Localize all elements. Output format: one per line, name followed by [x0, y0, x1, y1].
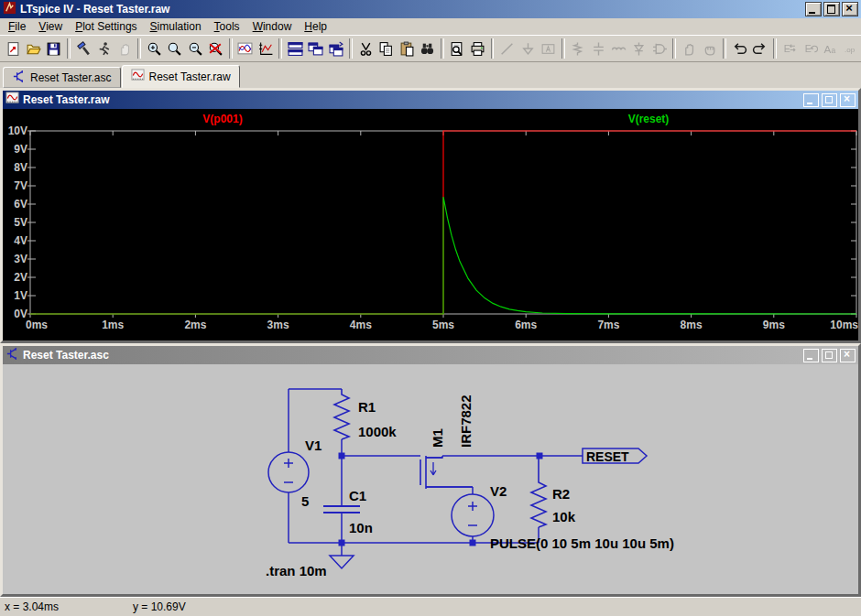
y-axis-tick-label: 10V [8, 124, 27, 137]
redo-icon[interactable] [749, 38, 769, 59]
tab-bar: Reset Taster.asc Reset Taster.raw [0, 62, 861, 88]
y-axis-tick-label: 1V [14, 289, 27, 302]
component-v1[interactable] [268, 452, 309, 492]
menu-item-file[interactable]: File [2, 19, 32, 35]
x-axis-tick-label: 10ms [830, 319, 858, 331]
tab-reset-taster-asc[interactable]: Reset Taster.asc [3, 67, 121, 88]
resistor-icon [568, 38, 588, 59]
net-flag-reset[interactable]: RESET [583, 448, 647, 464]
drag-icon [700, 38, 720, 59]
x-axis-tick-label: 6ms [515, 319, 537, 331]
wave-close-button[interactable] [840, 93, 856, 107]
waveform-plot-area[interactable]: 0ms0V1ms1V2ms2V3ms3V4ms4V5ms5V6ms6V7ms7V… [3, 109, 858, 340]
toolbar-separator [491, 38, 495, 59]
schematic-canvas[interactable]: RESET V1 5 R1 1000k C1 10n M1 IRF7822 V2… [3, 364, 858, 594]
halt-icon [114, 38, 135, 59]
schematic-window-icon [5, 347, 19, 363]
zoom-in-icon[interactable] [144, 38, 164, 59]
zoom-undo-icon[interactable] [205, 38, 225, 59]
print-preview-icon[interactable] [447, 38, 467, 59]
close-button[interactable] [842, 2, 858, 16]
asc-maximize-button[interactable] [822, 349, 837, 362]
control-panel-icon[interactable] [73, 38, 93, 59]
component-m1[interactable] [420, 456, 473, 489]
save-icon[interactable] [44, 38, 64, 59]
svg-text:E: E [804, 43, 811, 54]
menu-item-view[interactable]: View [32, 19, 69, 35]
x-axis-tick-label: 8ms [681, 319, 703, 331]
waveform-window-title: Reset Taster.raw [23, 93, 110, 106]
minimize-button[interactable] [805, 2, 822, 16]
menu-item-window[interactable]: Window [246, 19, 299, 35]
toolbar-separator [67, 38, 71, 59]
cursor-y-readout: y = 10.69V [133, 600, 186, 613]
wire-icon [496, 38, 517, 59]
x-axis-tick-label: 7ms [597, 319, 619, 331]
r2-value: 10k [552, 509, 576, 524]
r1-value: 1000k [358, 424, 397, 439]
x-axis-tick-label: 2ms [184, 319, 206, 331]
waveform-plot[interactable]: 0ms0V1ms1V2ms2V3ms3V4ms4V5ms5V6ms6V7ms7V… [3, 109, 858, 340]
svg-text:E: E [784, 43, 790, 54]
x-axis-tick-label: 0ms [26, 319, 48, 331]
asc-close-button[interactable] [840, 349, 856, 362]
new-schematic-icon[interactable] [3, 38, 23, 59]
tile-horizontal-icon[interactable] [285, 38, 305, 59]
y-axis-tick-label: 8V [14, 161, 27, 174]
cursor-x-readout: x = 3.04ms [5, 600, 133, 613]
ltspice-app-icon [3, 1, 16, 17]
zoom-full-icon[interactable] [165, 38, 185, 59]
x-axis-tick-label: 4ms [350, 319, 372, 331]
wave-minimize-button[interactable] [803, 93, 819, 107]
waveform-window-icon [5, 92, 19, 108]
asc-minimize-button[interactable] [803, 349, 819, 362]
menu-item-plot-settings[interactable]: Plot Settings [69, 19, 143, 35]
menu-item-simulation[interactable]: Simulation [144, 19, 208, 35]
waveform-window-title-bar[interactable]: Reset Taster.raw [3, 91, 858, 109]
svg-text:a: a [832, 45, 836, 54]
ground-symbol[interactable] [330, 546, 354, 568]
component-r1[interactable] [334, 389, 349, 439]
schematic-tab-icon [12, 70, 26, 86]
toolbar-separator [672, 38, 676, 59]
paste-icon[interactable] [397, 38, 417, 59]
x-axis-tick-label: 5ms [432, 319, 454, 331]
component-r2[interactable] [531, 456, 546, 527]
x-axis-tick-label: 9ms [763, 319, 785, 331]
ground-icon [518, 38, 538, 59]
main-title-bar: LTspice IV - Reset Taster.raw [0, 0, 861, 18]
zoom-out-icon[interactable] [185, 38, 205, 59]
cascade-icon[interactable] [326, 38, 346, 59]
svg-text:A: A [824, 42, 832, 54]
component-c1[interactable] [323, 506, 360, 513]
toolbar: EEAa.op [0, 35, 861, 62]
tile-vertical-icon[interactable] [306, 38, 326, 59]
tab-label: Reset Taster.asc [30, 71, 112, 84]
wave-maximize-button[interactable] [822, 93, 837, 107]
toolbar-separator [723, 38, 726, 59]
y-axis-tick-label: 6V [14, 198, 27, 211]
x-axis-tick-label: 3ms [267, 319, 289, 331]
component-v2[interactable] [452, 494, 494, 536]
menu-item-help[interactable]: Help [298, 19, 333, 35]
schematic-window-title-bar[interactable]: Reset Taster.asc [3, 346, 858, 364]
find-icon[interactable] [417, 38, 437, 59]
v2-value: PULSE(0 10 5m 10u 10u 5m) [490, 535, 674, 551]
plot-pane-icon[interactable] [256, 38, 276, 59]
autorange-icon[interactable] [235, 38, 256, 59]
cut-icon[interactable] [355, 38, 376, 59]
diode-icon [629, 38, 649, 59]
undo-icon[interactable] [729, 38, 749, 59]
run-icon[interactable] [93, 38, 114, 59]
status-bar: x = 3.04ms y = 10.69V [0, 597, 861, 616]
y-axis-tick-label: 3V [14, 253, 27, 265]
maximize-button[interactable] [823, 2, 840, 16]
waveform-window: Reset Taster.raw 0ms0V1ms1V2ms2V3ms3V4ms… [0, 88, 861, 343]
schematic-window-title: Reset Taster.asc [23, 349, 109, 362]
copy-icon[interactable] [376, 38, 397, 59]
waveform-tab-icon [131, 69, 145, 85]
tab-reset-taster-raw[interactable]: Reset Taster.raw [122, 65, 240, 88]
print-icon[interactable] [467, 38, 487, 59]
open-icon[interactable] [23, 38, 43, 59]
menu-item-tools[interactable]: Tools [208, 19, 246, 35]
